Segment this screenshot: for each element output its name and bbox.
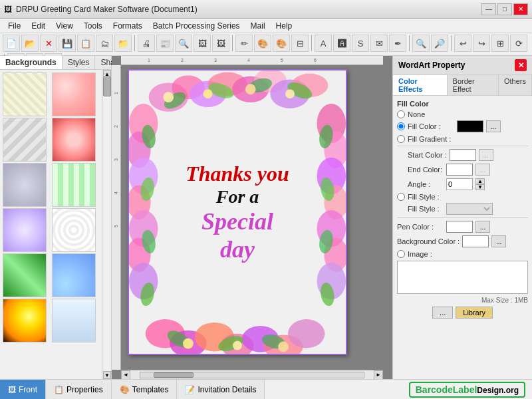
- tb-pen[interactable]: ✒: [389, 35, 406, 52]
- pen-color-box[interactable]: [446, 221, 473, 233]
- thumb-6[interactable]: [52, 163, 96, 207]
- tab-color-effects[interactable]: Color Effects: [393, 75, 448, 95]
- invitation-tab[interactable]: 📝 Invitation Details: [177, 380, 265, 399]
- svg-point-23: [129, 131, 151, 168]
- tb-rotate[interactable]: ⟳: [510, 35, 527, 52]
- thumb-snowflake[interactable]: [52, 299, 96, 342]
- angle-down-btn[interactable]: ▼: [475, 184, 485, 190]
- image-label: Image :: [408, 250, 454, 258]
- thumb-spark[interactable]: [3, 299, 47, 342]
- tb-text[interactable]: A: [315, 35, 332, 52]
- svg-point-9: [206, 80, 235, 101]
- left-panel: Backgrounds Styles Shapes ▲: [0, 56, 112, 379]
- svg-point-4: [232, 76, 269, 103]
- tb-preview[interactable]: 🔍: [175, 35, 192, 52]
- tb-text3[interactable]: S: [352, 35, 369, 52]
- tb-undo[interactable]: ↩: [454, 35, 471, 52]
- ruler-v-4: 4: [114, 192, 118, 194]
- bg-color-box[interactable]: [462, 235, 489, 247]
- front-tab[interactable]: 🖼 Front: [0, 380, 46, 399]
- titlebar-controls[interactable]: — □ ✕: [481, 3, 528, 15]
- canvas-area[interactable]: 1 2 3 4 5 6 1 2 3 4 5: [112, 56, 392, 379]
- tb-img[interactable]: 🖼: [194, 35, 211, 52]
- menu-view[interactable]: View: [51, 20, 78, 32]
- menu-mail[interactable]: Mail: [245, 20, 271, 32]
- tb-copy[interactable]: 🗂: [96, 35, 113, 52]
- thumb-9[interactable]: [3, 253, 47, 297]
- thumb-7[interactable]: [3, 208, 47, 252]
- properties-tab[interactable]: 📋 Properties: [46, 380, 112, 399]
- tab-styles[interactable]: Styles: [63, 56, 96, 69]
- tab-backgrounds[interactable]: Backgrounds: [0, 56, 63, 69]
- h-scroll-left-btn[interactable]: ◄: [121, 370, 130, 380]
- tb-save[interactable]: 💾: [59, 35, 76, 52]
- tb-redo[interactable]: ↪: [473, 35, 490, 52]
- tb-open[interactable]: 📂: [21, 35, 39, 52]
- menu-file[interactable]: File: [3, 20, 26, 32]
- h-scrollbar-track[interactable]: [140, 372, 364, 378]
- tb-draw[interactable]: ✏: [235, 35, 253, 52]
- close-button[interactable]: ✕: [513, 3, 528, 15]
- fill-style-select[interactable]: [446, 203, 493, 215]
- tab-border-effect[interactable]: Border Effect: [448, 75, 499, 95]
- tb-zoom-out[interactable]: 🔎: [431, 35, 448, 52]
- tb-print2[interactable]: 📰: [156, 35, 174, 52]
- thumb-10[interactable]: [52, 253, 96, 297]
- tb-align[interactable]: ⊞: [491, 35, 509, 52]
- end-color-label: End Color:: [397, 166, 444, 174]
- h-scroll-right-btn[interactable]: ►: [374, 370, 383, 380]
- menu-batch[interactable]: Batch Processing Series: [148, 20, 245, 32]
- scroll-thumb[interactable]: [103, 76, 111, 96]
- fill-color-radio[interactable]: [397, 122, 405, 130]
- maximize-button[interactable]: □: [497, 3, 512, 15]
- pen-color-btn[interactable]: ...: [475, 221, 490, 233]
- tb-color[interactable]: 🎨: [273, 35, 290, 52]
- h-scrollbar-thumb[interactable]: [154, 372, 194, 378]
- tb-img2[interactable]: 🖼: [212, 35, 229, 52]
- start-color-row: Start Color : ...: [397, 149, 528, 161]
- titlebar-title: DRPU Greeting Card Maker Software (Docum…: [16, 5, 198, 14]
- wordart-close-button[interactable]: ✕: [515, 59, 527, 71]
- tb-paint[interactable]: 🎨: [254, 35, 271, 52]
- thumb-5[interactable]: [3, 163, 47, 207]
- templates-tab[interactable]: 🎨 Templates: [112, 380, 178, 399]
- scroll-down-btn[interactable]: ▼: [103, 371, 111, 379]
- minimize-button[interactable]: —: [481, 3, 496, 15]
- bg-color-btn[interactable]: ...: [491, 235, 506, 247]
- menu-formats[interactable]: Formats: [108, 20, 148, 32]
- angle-input[interactable]: [446, 178, 473, 190]
- image-action-btn[interactable]: ...: [432, 307, 453, 319]
- svg-point-47: [285, 89, 295, 98]
- thumb-8[interactable]: [52, 208, 96, 252]
- thumb-3[interactable]: [3, 118, 47, 162]
- fill-style-radio[interactable]: [397, 193, 405, 201]
- tb-email[interactable]: ✉: [370, 35, 388, 52]
- thumb-2[interactable]: [52, 72, 96, 116]
- tb-print[interactable]: 🖨: [138, 35, 155, 52]
- panel-scrollbar[interactable]: ▲ ▼: [102, 70, 111, 379]
- menu-help[interactable]: Help: [271, 20, 298, 32]
- fill-color-picker-btn[interactable]: ...: [486, 120, 501, 132]
- tb-text2[interactable]: 🅰: [333, 35, 350, 52]
- angle-up-btn[interactable]: ▲: [475, 178, 485, 184]
- tb-delete[interactable]: ✕: [40, 35, 57, 52]
- tb-save2[interactable]: 📋: [77, 35, 94, 52]
- h-scrollbar[interactable]: ◄ ►: [121, 370, 383, 379]
- tb-zoom-in[interactable]: 🔍: [412, 35, 430, 52]
- thumb-4[interactable]: [52, 118, 96, 162]
- none-radio[interactable]: [397, 110, 405, 118]
- thumb-1[interactable]: [3, 72, 47, 116]
- tb-new[interactable]: 📄: [3, 35, 20, 52]
- menu-edit[interactable]: Edit: [26, 20, 51, 32]
- library-btn[interactable]: Library: [456, 307, 493, 319]
- tab-others[interactable]: Others: [499, 75, 532, 95]
- greeting-card[interactable]: Thanks you For a Special day: [128, 69, 347, 355]
- svg-point-38: [324, 238, 346, 272]
- tb-paste[interactable]: 📁: [114, 35, 132, 52]
- menu-tools[interactable]: Tools: [78, 20, 108, 32]
- fill-gradient-radio[interactable]: [397, 135, 405, 143]
- tb-barcode[interactable]: ⊟: [291, 35, 309, 52]
- angle-spinner[interactable]: ▲ ▼: [475, 178, 485, 190]
- image-radio[interactable]: [397, 250, 405, 258]
- fill-color-box[interactable]: [457, 120, 483, 132]
